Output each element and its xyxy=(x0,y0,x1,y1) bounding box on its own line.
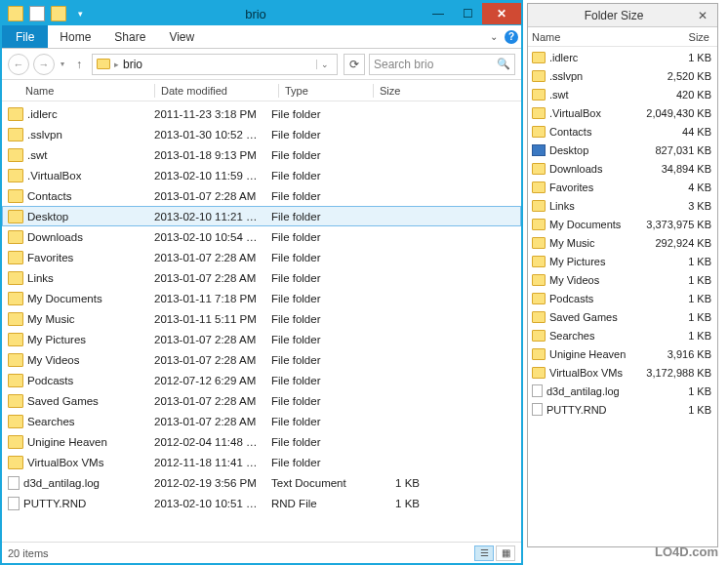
back-button[interactable]: ← xyxy=(8,54,29,75)
file-date: 2013-02-10 11:59 … xyxy=(154,170,271,182)
folder-size-row[interactable]: Downloads34,894 KB xyxy=(528,159,717,178)
file-list[interactable]: .idlerc2011-11-23 3:18 PMFile folder.ssl… xyxy=(2,101,521,542)
new-folder-icon[interactable] xyxy=(51,6,66,21)
tab-home[interactable]: Home xyxy=(48,25,102,48)
file-row[interactable]: .idlerc2011-11-23 3:18 PMFile folder xyxy=(2,103,521,124)
fs-item-size: 3 KB xyxy=(639,200,713,212)
file-name: VirtualBox VMs xyxy=(27,457,103,468)
address-bar[interactable]: ▸ brio ⌄ xyxy=(92,54,338,75)
folder-size-row[interactable]: Unigine Heaven3,916 KB xyxy=(528,344,717,363)
folder-size-row[interactable]: VirtualBox VMs3,172,988 KB xyxy=(528,363,717,382)
file-row[interactable]: Favorites2013-01-07 2:28 AMFile folder xyxy=(2,247,521,267)
help-button[interactable]: ? xyxy=(502,25,521,48)
fs-item-size: 1 KB xyxy=(639,385,713,397)
header-size[interactable]: Size xyxy=(380,85,448,97)
view-icons-button[interactable]: ▦ xyxy=(496,545,515,561)
file-name: .idlerc xyxy=(27,108,58,120)
fs-item-name: Contacts xyxy=(549,126,639,138)
address-dropdown-icon[interactable]: ⌄ xyxy=(316,60,333,69)
folder-size-row[interactable]: PUTTY.RND1 KB xyxy=(528,400,717,419)
fs-item-name: .idlerc xyxy=(549,52,639,63)
forward-button[interactable]: → xyxy=(33,54,55,75)
header-name[interactable]: Name xyxy=(8,85,154,97)
file-row[interactable]: .VirtualBox2013-02-10 11:59 …File folder xyxy=(2,165,521,185)
file-row[interactable]: My Music2013-01-11 5:11 PMFile folder xyxy=(2,308,521,329)
folder-size-row[interactable]: d3d_antilag.log1 KB xyxy=(528,382,717,400)
file-row[interactable]: Unigine Heaven2012-02-04 11:48 …File fol… xyxy=(2,431,521,452)
file-row[interactable]: PUTTY.RND2013-02-10 10:51 …RND File1 KB xyxy=(2,493,521,513)
fs-item-size: 1 KB xyxy=(639,293,713,304)
header-type[interactable]: Type xyxy=(285,85,373,97)
folder-size-row[interactable]: My Pictures1 KB xyxy=(528,252,717,270)
fs-header-name[interactable]: Name xyxy=(532,31,645,43)
title-bar[interactable]: ▾ brio — ☐ ✕ xyxy=(2,2,521,25)
file-row[interactable]: Desktop2013-02-10 11:21 …File folder xyxy=(2,206,521,226)
ribbon-expand-icon[interactable]: ⌄ xyxy=(486,25,502,48)
folder-icon[interactable] xyxy=(8,6,23,21)
file-date: 2013-01-07 2:28 AM xyxy=(154,272,271,284)
tab-share[interactable]: Share xyxy=(102,25,157,48)
folder-size-row[interactable]: .idlerc1 KB xyxy=(528,48,717,66)
close-button[interactable]: ✕ xyxy=(482,3,521,24)
minimize-button[interactable]: — xyxy=(424,3,453,24)
file-name: Contacts xyxy=(27,190,71,202)
folder-size-list[interactable]: .idlerc1 KB.sslvpn2,520 KB.swt420 KB.Vir… xyxy=(528,47,717,546)
history-dropdown-icon[interactable]: ▾ xyxy=(59,60,66,68)
file-type: Text Document xyxy=(271,477,359,489)
search-input[interactable]: Search brio 🔍 xyxy=(369,54,515,75)
breadcrumb[interactable]: brio xyxy=(123,58,142,71)
file-name: My Videos xyxy=(27,354,79,366)
fs-item-name: Searches xyxy=(549,330,639,342)
file-row[interactable]: Podcasts2012-07-12 6:29 AMFile folder xyxy=(2,370,521,390)
folder-size-row[interactable]: My Documents3,373,975 KB xyxy=(528,215,717,233)
file-date: 2011-11-23 3:18 PM xyxy=(154,108,271,120)
up-button[interactable]: ↑ xyxy=(70,56,88,73)
file-row[interactable]: Downloads2013-02-10 10:54 …File folder xyxy=(2,226,521,247)
folder-size-row[interactable]: Saved Games1 KB xyxy=(528,307,717,326)
tab-view[interactable]: View xyxy=(157,25,206,48)
location-folder-icon xyxy=(97,59,110,69)
folder-size-row[interactable]: .swt420 KB xyxy=(528,85,717,103)
file-row[interactable]: My Pictures2013-01-07 2:28 AMFile folder xyxy=(2,329,521,349)
file-row[interactable]: Searches2013-01-07 2:28 AMFile folder xyxy=(2,411,521,431)
file-row[interactable]: VirtualBox VMs2012-11-18 11:41 …File fol… xyxy=(2,452,521,472)
folder-icon xyxy=(532,182,546,193)
view-details-button[interactable]: ☰ xyxy=(474,545,494,561)
file-row[interactable]: My Videos2013-01-07 2:28 AMFile folder xyxy=(2,349,521,370)
folder-size-row[interactable]: Desktop827,031 KB xyxy=(528,141,717,159)
file-name: Favorites xyxy=(27,252,73,263)
folder-size-row[interactable]: Podcasts1 KB xyxy=(528,289,717,307)
breadcrumb-sep-icon[interactable]: ▸ xyxy=(114,60,119,69)
folder-icon xyxy=(8,107,23,121)
tab-file[interactable]: File xyxy=(2,25,48,48)
file-row[interactable]: .sslvpn2013-01-30 10:52 …File folder xyxy=(2,124,521,144)
folder-size-close-button[interactable]: ✕ xyxy=(694,8,711,23)
folder-size-row[interactable]: Contacts44 KB xyxy=(528,122,717,141)
folder-size-row[interactable]: Searches1 KB xyxy=(528,326,717,344)
folder-size-row[interactable]: Favorites4 KB xyxy=(528,178,717,196)
folder-size-row[interactable]: .sslvpn2,520 KB xyxy=(528,66,717,85)
folder-size-titlebar[interactable]: Folder Size ✕ xyxy=(528,4,717,27)
fs-item-name: Favorites xyxy=(549,182,639,193)
file-type: File folder xyxy=(271,416,359,427)
properties-icon[interactable] xyxy=(29,6,45,21)
file-row[interactable]: Contacts2013-01-07 2:28 AMFile folder xyxy=(2,185,521,206)
folder-size-row[interactable]: Links3 KB xyxy=(528,196,717,215)
refresh-button[interactable]: ⟳ xyxy=(344,54,365,75)
maximize-button[interactable]: ☐ xyxy=(453,3,482,24)
folder-icon xyxy=(8,312,23,326)
file-row[interactable]: Saved Games2013-01-07 2:28 AMFile folder xyxy=(2,390,521,411)
fs-header-size[interactable]: Size xyxy=(645,31,713,43)
folder-size-row[interactable]: My Music292,924 KB xyxy=(528,233,717,252)
file-row[interactable]: d3d_antilag.log2012-02-19 3:56 PMText Do… xyxy=(2,472,521,493)
file-name: Links xyxy=(27,272,54,284)
header-date[interactable]: Date modified xyxy=(161,85,278,97)
folder-size-row[interactable]: .VirtualBox2,049,430 KB xyxy=(528,103,717,122)
file-row[interactable]: My Documents2013-01-11 7:18 PMFile folde… xyxy=(2,288,521,308)
file-row[interactable]: Links2013-01-07 2:28 AMFile folder xyxy=(2,267,521,288)
file-row[interactable]: .swt2013-01-18 9:13 PMFile folder xyxy=(2,144,521,165)
file-type: File folder xyxy=(271,252,359,263)
folder-size-row[interactable]: My Videos1 KB xyxy=(528,270,717,289)
qat-dropdown-icon[interactable]: ▾ xyxy=(72,6,88,21)
fs-item-size: 44 KB xyxy=(639,126,713,138)
